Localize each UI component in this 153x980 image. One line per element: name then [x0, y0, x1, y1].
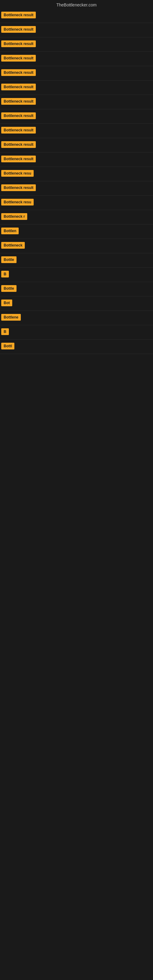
result-item: Bottleneck	[0, 239, 153, 253]
result-item: B	[0, 325, 153, 340]
bottleneck-badge[interactable]: B	[1, 271, 9, 277]
bottleneck-badge[interactable]: Bottleneck result	[1, 141, 36, 148]
bottleneck-badge[interactable]: Bottleneck resu	[1, 170, 33, 177]
bottleneck-badge[interactable]: Bottleneck resu	[1, 199, 33, 205]
bottleneck-badge[interactable]: Bottleneck	[1, 242, 25, 249]
bottleneck-badge[interactable]: Bottl	[1, 343, 14, 350]
bottleneck-badge[interactable]: Bottleneck result	[1, 69, 36, 76]
result-item: B	[0, 268, 153, 282]
bottleneck-badge[interactable]: Bottleneck result	[1, 26, 36, 33]
result-item: Bottleneck result	[0, 37, 153, 52]
bottleneck-badge[interactable]: B	[1, 328, 9, 335]
result-item: Bottleneck result	[0, 23, 153, 37]
result-item: Bottle	[0, 282, 153, 296]
result-item: Bottl	[0, 340, 153, 354]
result-item: Bottleneck result	[0, 81, 153, 95]
result-item: Bottleneck r	[0, 210, 153, 224]
result-item: Bottleneck result	[0, 95, 153, 109]
bottleneck-badge[interactable]: Bottlene	[1, 314, 21, 321]
bottleneck-badge[interactable]: Bottleneck result	[1, 84, 36, 90]
bottleneck-badge[interactable]: Bottleneck result	[1, 55, 36, 62]
result-item: Bottleneck resu	[0, 196, 153, 210]
bottleneck-badge[interactable]: Bottle	[1, 256, 16, 263]
result-item: Bottleneck result	[0, 153, 153, 167]
result-item: Bottle	[0, 253, 153, 268]
bottleneck-badge[interactable]: Bottleneck result	[1, 185, 36, 191]
bottleneck-badge[interactable]: Bottlen	[1, 228, 19, 234]
result-item: Bottlene	[0, 311, 153, 325]
result-item: Bottleneck resu	[0, 167, 153, 181]
result-item: Bottleneck result	[0, 9, 153, 23]
bottleneck-badge[interactable]: Bottleneck result	[1, 112, 36, 119]
result-item: Bot	[0, 296, 153, 311]
bottleneck-badge[interactable]: Bottle	[1, 285, 16, 292]
bottleneck-badge[interactable]: Bottleneck result	[1, 156, 36, 162]
bottleneck-badge[interactable]: Bottleneck r	[1, 213, 27, 220]
result-item: Bottleneck result	[0, 109, 153, 124]
bottleneck-badge[interactable]: Bottleneck result	[1, 98, 36, 105]
result-item: Bottleneck result	[0, 181, 153, 196]
bottleneck-badge[interactable]: Bot	[1, 299, 12, 306]
bottleneck-badge[interactable]: Bottleneck result	[1, 40, 36, 47]
bottleneck-badge[interactable]: Bottleneck result	[1, 12, 36, 18]
result-item: Bottlen	[0, 224, 153, 239]
result-item: Bottleneck result	[0, 138, 153, 153]
result-item: Bottleneck result	[0, 52, 153, 66]
bottleneck-badge[interactable]: Bottleneck result	[1, 127, 36, 134]
results-list: Bottleneck resultBottleneck resultBottle…	[0, 9, 153, 354]
site-header: TheBottlenecker.com	[0, 0, 153, 9]
result-item: Bottleneck result	[0, 124, 153, 138]
site-title: TheBottlenecker.com	[0, 0, 153, 9]
result-item: Bottleneck result	[0, 66, 153, 81]
